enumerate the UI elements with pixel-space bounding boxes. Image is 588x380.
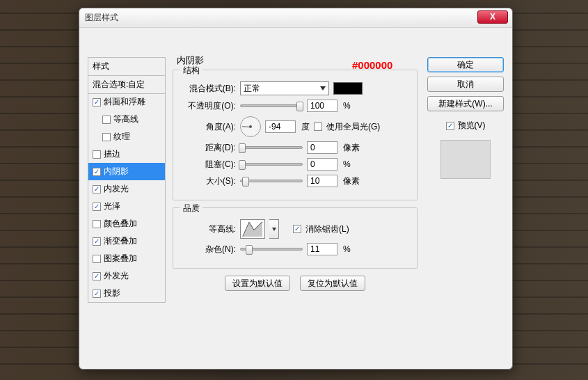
blend-mode-dropdown[interactable]: 正常 — [240, 81, 329, 95]
slider-thumb[interactable] — [246, 245, 253, 255]
right-panel: 确定 取消 新建样式(W)... 预览(V) — [427, 57, 504, 179]
contour-picker[interactable] — [240, 219, 265, 239]
choke-row: 阻塞(C): 0 % — [182, 158, 408, 171]
sidebar-item-inner-glow[interactable]: 内发光 — [88, 180, 165, 198]
sidebar-item-label: 描边 — [104, 148, 120, 160]
sidebar-item-label: 外发光 — [104, 270, 129, 282]
checkbox-icon[interactable] — [93, 185, 101, 193]
sidebar-item-texture[interactable]: 纹理 — [88, 128, 165, 145]
layer-style-dialog: 图层样式 X 样式 混合选项:自定 斜面和浮雕 等高线 纹理 描边 内阴影 内发… — [79, 8, 513, 370]
sidebar-item-contour[interactable]: 等高线 — [88, 111, 165, 128]
angle-center — [249, 125, 252, 128]
checkbox-icon[interactable] — [93, 272, 101, 280]
opacity-label: 不透明度(O): — [182, 100, 236, 112]
quality-legend: 品质 — [180, 203, 202, 214]
opacity-slider[interactable] — [240, 104, 303, 107]
noise-unit: % — [343, 244, 351, 254]
sidebar-item-label: 纹理 — [113, 131, 130, 143]
checkbox-icon[interactable] — [102, 133, 111, 141]
global-light-checkbox[interactable] — [314, 122, 322, 131]
sidebar-item-outer-glow[interactable]: 外发光 — [88, 267, 165, 285]
antialias-checkbox[interactable] — [293, 225, 301, 233]
sidebar-item-label: 颜色叠加 — [104, 218, 137, 230]
angle-unit: 度 — [301, 121, 310, 133]
slider-thumb[interactable] — [239, 160, 246, 170]
distance-label: 距离(D): — [182, 142, 236, 154]
contour-curve-icon — [242, 221, 263, 237]
sidebar-header-styles[interactable]: 样式 — [88, 57, 166, 76]
noise-input[interactable]: 11 — [307, 243, 337, 255]
make-default-button[interactable]: 设置为默认值 — [225, 276, 290, 291]
sidebar-item-label: 渐变叠加 — [104, 235, 137, 247]
checkbox-icon[interactable] — [93, 220, 101, 228]
checkbox-icon[interactable] — [93, 290, 101, 298]
sidebar-item-stroke[interactable]: 描边 — [88, 145, 165, 163]
contour-row: 等高线: 消除锯齿(L) — [182, 219, 408, 239]
slider-thumb[interactable] — [239, 143, 246, 153]
opacity-input[interactable]: 100 — [307, 100, 337, 112]
preview-thumbnail — [440, 140, 491, 179]
slider-thumb[interactable] — [296, 102, 303, 111]
cancel-button[interactable]: 取消 — [427, 77, 504, 92]
noise-slider[interactable] — [240, 248, 303, 251]
main-panel: 内阴影 结构 混合模式(B): 正常 不透明度(O): 100 % — [173, 54, 418, 291]
global-light-label: 使用全局光(G) — [326, 121, 380, 133]
checkbox-icon[interactable] — [102, 116, 111, 124]
choke-slider[interactable] — [240, 163, 303, 166]
checkbox-icon[interactable] — [93, 255, 101, 263]
structure-legend: 结构 — [180, 65, 202, 77]
choke-unit: % — [343, 159, 351, 169]
noise-label: 杂色(N): — [182, 244, 236, 255]
quality-group: 品质 等高线: 消除锯齿(L) 杂色(N): 11 % — [173, 207, 418, 269]
size-unit: 像素 — [343, 175, 360, 187]
structure-group: 结构 混合模式(B): 正常 不透明度(O): 100 % 角度( — [173, 70, 418, 200]
preview-checkbox[interactable] — [446, 122, 454, 130]
angle-label: 角度(A): — [182, 121, 236, 133]
size-slider[interactable] — [240, 180, 303, 182]
sidebar-item-label: 投影 — [104, 287, 120, 299]
opacity-unit: % — [343, 101, 351, 111]
distance-slider[interactable] — [240, 146, 303, 149]
size-label: 大小(S): — [182, 175, 236, 187]
sidebar-item-bevel[interactable]: 斜面和浮雕 — [88, 93, 165, 111]
chevron-down-icon — [320, 86, 326, 90]
distance-row: 距离(D): 0 像素 — [182, 141, 408, 154]
sidebar-item-pattern-overlay[interactable]: 图案叠加 — [88, 250, 165, 267]
checkbox-icon[interactable] — [93, 168, 101, 176]
sidebar-item-label: 图案叠加 — [104, 253, 137, 264]
new-style-button[interactable]: 新建样式(W)... — [427, 96, 504, 111]
sidebar-item-satin[interactable]: 光泽 — [88, 198, 165, 215]
close-icon: X — [490, 12, 495, 22]
choke-label: 阻塞(C): — [182, 159, 236, 171]
noise-row: 杂色(N): 11 % — [182, 243, 408, 255]
sidebar-item-gradient-overlay[interactable]: 渐变叠加 — [88, 232, 165, 250]
checkbox-icon[interactable] — [93, 203, 101, 211]
sidebar-item-label: 等高线 — [113, 113, 138, 125]
distance-unit: 像素 — [343, 142, 360, 154]
size-input[interactable]: 10 — [307, 175, 337, 187]
titlebar[interactable]: 图层样式 X — [79, 8, 512, 28]
contour-dropdown-button[interactable] — [269, 219, 279, 239]
blend-mode-row: 混合模式(B): 正常 — [182, 81, 408, 95]
color-swatch[interactable] — [333, 82, 363, 95]
checkbox-icon[interactable] — [93, 150, 101, 159]
styles-sidebar: 样式 混合选项:自定 斜面和浮雕 等高线 纹理 描边 内阴影 内发光 光泽 颜色… — [88, 57, 166, 303]
preview-label: 预览(V) — [458, 120, 486, 132]
choke-input[interactable]: 0 — [307, 158, 337, 171]
slider-thumb[interactable] — [242, 177, 249, 187]
angle-dial[interactable] — [240, 116, 261, 137]
sidebar-header-blendopts[interactable]: 混合选项:自定 — [88, 75, 166, 94]
sidebar-item-color-overlay[interactable]: 颜色叠加 — [88, 215, 165, 232]
checkbox-icon[interactable] — [93, 237, 101, 246]
ok-button[interactable]: 确定 — [427, 57, 504, 72]
angle-input[interactable]: -94 — [265, 120, 296, 133]
reset-default-button[interactable]: 复位为默认值 — [300, 276, 365, 291]
sidebar-item-drop-shadow[interactable]: 投影 — [88, 285, 165, 302]
sidebar-item-inner-shadow[interactable]: 内阴影 — [88, 163, 165, 180]
close-button[interactable]: X — [477, 10, 508, 24]
checkbox-icon[interactable] — [93, 98, 101, 106]
opacity-row: 不透明度(O): 100 % — [182, 100, 408, 112]
distance-input[interactable]: 0 — [307, 141, 337, 154]
sidebar-item-label: 内发光 — [104, 183, 129, 195]
default-buttons-row: 设置为默认值 复位为默认值 — [173, 276, 418, 291]
